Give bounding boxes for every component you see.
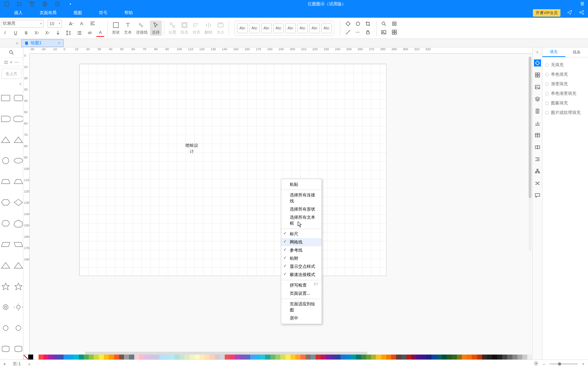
ctx-select-text[interactable]: 选择所有文本框: [281, 213, 322, 228]
new-icon[interactable]: [3, 0, 11, 8]
color-swatch[interactable]: [260, 355, 265, 360]
color-swatch[interactable]: [134, 355, 139, 360]
shape-halfround[interactable]: [1, 115, 11, 123]
rail-image-icon[interactable]: [534, 84, 541, 91]
color-swatch[interactable]: [79, 355, 84, 360]
color-swatch[interactable]: [39, 355, 43, 360]
fill-gradient[interactable]: 渐变填充: [545, 79, 585, 89]
text-case-icon[interactable]: ab: [86, 29, 94, 37]
shape-parallelogram[interactable]: [1, 240, 11, 249]
rail-shuffle-icon[interactable]: [534, 180, 541, 187]
color-swatch[interactable]: [154, 355, 159, 360]
color-swatch[interactable]: [351, 355, 356, 360]
scrollbar-horizontal[interactable]: [85, 352, 368, 355]
color-swatch[interactable]: [250, 355, 255, 360]
color-swatch[interactable]: [190, 355, 195, 360]
qa-dropdown-icon[interactable]: ▾: [66, 0, 74, 8]
no-color-swatch[interactable]: [23, 355, 28, 360]
color-swatch[interactable]: [507, 355, 512, 360]
color-swatch[interactable]: [497, 355, 502, 360]
ctx-snap[interactable]: 粘附: [281, 254, 322, 263]
color-swatch[interactable]: [69, 355, 74, 360]
style-preset[interactable]: Abc: [273, 23, 284, 33]
prop-tab-fill[interactable]: 填充: [542, 47, 565, 57]
color-swatch[interactable]: [275, 355, 280, 360]
style-preset[interactable]: Abc: [261, 23, 272, 33]
color-swatch[interactable]: [94, 355, 99, 360]
color-swatch[interactable]: [109, 355, 114, 360]
shape-gear3[interactable]: [13, 324, 23, 332]
subscript-icon[interactable]: X2: [43, 29, 51, 37]
ctx-center[interactable]: 居中: [281, 314, 322, 322]
color-swatch[interactable]: [200, 355, 205, 360]
dash-icon[interactable]: [355, 29, 361, 36]
shape-triangle3[interactable]: [1, 261, 11, 270]
size-tool[interactable]: 大小: [214, 21, 227, 36]
color-swatch[interactable]: [331, 355, 336, 360]
shape-triangle[interactable]: [1, 136, 11, 144]
ctx-ruler[interactable]: 标尺: [281, 230, 322, 238]
color-swatch[interactable]: [346, 355, 351, 360]
color-swatch[interactable]: [467, 355, 472, 360]
color-swatch[interactable]: [184, 355, 189, 360]
rail-indent-icon[interactable]: [534, 156, 541, 163]
ctx-fastconnect[interactable]: 极速连接模式: [281, 271, 322, 279]
components-icon[interactable]: [392, 29, 398, 36]
color-swatch[interactable]: [164, 355, 169, 360]
color-swatch[interactable]: [114, 355, 119, 360]
align-text-icon[interactable]: [89, 20, 96, 28]
color-swatch[interactable]: [265, 355, 270, 360]
color-swatch[interactable]: [416, 355, 421, 360]
color-swatch[interactable]: [361, 355, 366, 360]
save-icon[interactable]: [28, 0, 36, 8]
color-swatch[interactable]: [321, 355, 325, 360]
fill-image[interactable]: 图片或纹理填充: [545, 108, 585, 117]
style-preset[interactable]: Abc: [309, 23, 320, 33]
color-swatch[interactable]: [386, 355, 391, 360]
ctx-intersections[interactable]: 显示交点样式: [281, 263, 322, 271]
color-swatch[interactable]: [28, 355, 33, 360]
open-icon[interactable]: [16, 0, 23, 8]
color-swatch[interactable]: [84, 355, 89, 360]
shape-halfround2[interactable]: [13, 115, 23, 123]
color-swatch[interactable]: [517, 355, 522, 360]
rail-layers-icon[interactable]: [534, 96, 541, 103]
ctx-select-connectors[interactable]: 选择所有连接线: [281, 191, 322, 205]
color-swatch[interactable]: [447, 355, 452, 360]
color-swatch[interactable]: [235, 355, 240, 360]
color-swatch[interactable]: [195, 355, 200, 360]
color-swatch[interactable]: [482, 355, 487, 360]
color-swatch[interactable]: [210, 355, 215, 360]
color-swatch[interactable]: [462, 355, 467, 360]
style-preset[interactable]: Abc: [237, 23, 248, 33]
color-swatch[interactable]: [300, 355, 305, 360]
fill-solid[interactable]: 单色填充: [545, 70, 585, 79]
share-icon[interactable]: [579, 10, 584, 16]
add-icon[interactable]: +: [10, 60, 12, 65]
color-swatch[interactable]: [104, 355, 109, 360]
rail-comment-icon[interactable]: [534, 192, 541, 199]
color-swatch[interactable]: [144, 355, 149, 360]
color-swatch[interactable]: [452, 355, 457, 360]
position-tool[interactable]: 位置: [166, 21, 178, 36]
style-preset[interactable]: Abc: [297, 23, 308, 33]
fill-sgradient[interactable]: 单色渐变填充: [545, 89, 585, 98]
connector-tool[interactable]: 连接线: [134, 21, 150, 36]
shape-ellipse[interactable]: [13, 156, 23, 165]
rail-grid-icon[interactable]: [534, 71, 541, 79]
shape-rect[interactable]: [1, 94, 11, 102]
menu-layout[interactable]: 页面布局: [40, 10, 57, 16]
image-icon[interactable]: [381, 29, 387, 36]
ctx-pagesetup[interactable]: 页面设置...: [281, 289, 322, 298]
color-swatch[interactable]: [215, 355, 220, 360]
shape-parallelogram2[interactable]: [13, 240, 23, 249]
focus-icon[interactable]: [392, 21, 398, 27]
shape-triangle2[interactable]: [13, 136, 23, 144]
color-swatch[interactable]: [396, 355, 401, 360]
color-swatch[interactable]: [356, 355, 361, 360]
shape-octagon[interactable]: [1, 219, 11, 228]
text-rotate-icon[interactable]: [54, 29, 62, 37]
shape-banner[interactable]: [1, 345, 11, 353]
font-grow-icon[interactable]: A+: [67, 20, 75, 28]
color-swatch[interactable]: [169, 355, 174, 360]
